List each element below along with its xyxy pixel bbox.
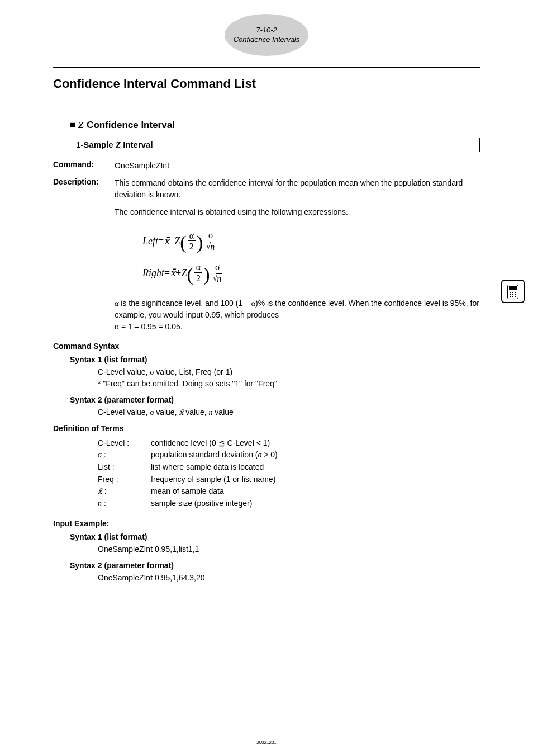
- term-n-sym: n: [98, 499, 102, 508]
- frac-sigma-rootn2: σ √n: [211, 262, 225, 284]
- command-name: OneSampleZInt: [115, 161, 169, 170]
- description-p2: The confidence interval is obtained usin…: [115, 206, 480, 218]
- section-rule: [70, 114, 480, 114]
- term-row-list: List : list where sample data is located: [98, 461, 480, 474]
- command-value: OneSampleZInt: [115, 160, 480, 172]
- term-key-n: n :: [98, 498, 151, 510]
- page-section-title: Confidence Intervals: [234, 35, 300, 45]
- alpha-num2: α: [194, 262, 202, 273]
- page-title: Confidence Interval Command List: [53, 77, 480, 91]
- term-row-n: n : sample size (positive integer): [98, 498, 480, 510]
- ie-syntax1-val: OneSampleZInt 0.95,1,list1,1: [98, 544, 480, 555]
- formula-block: Left = x̄ – Z ( α 2 ) σ √n Right = x̄ + …: [142, 228, 480, 286]
- calculator-icon-keys: [510, 292, 516, 297]
- command-row: Command: OneSampleZInt: [53, 160, 480, 172]
- alpha-sym-2: α: [251, 299, 255, 308]
- formula-left: Left = x̄ – Z ( α 2 ) σ √n: [142, 228, 480, 254]
- alpha-text-2: α = 1 – 0.95 = 0.05.: [115, 322, 183, 331]
- syntax2-head: Syntax 2 (parameter format): [70, 395, 480, 404]
- term-key-sigma: σ :: [98, 449, 151, 461]
- syntax2-c: value,: [183, 408, 208, 417]
- xbar2: x̄: [170, 260, 175, 286]
- description-label: Description:: [53, 177, 115, 201]
- command-syntax-head: Command Syntax: [53, 342, 480, 351]
- term-xbar-sym: x̄: [98, 487, 102, 495]
- minus: –: [169, 228, 174, 254]
- two-den: 2: [188, 241, 196, 252]
- ie-syntax2-val: OneSampleZInt 0.95,1,64.3,20: [98, 572, 480, 584]
- term-val-freq: frequency of sample (1 or list name): [151, 474, 275, 486]
- method-z: Z: [116, 140, 121, 149]
- rootn-den: √n: [204, 240, 217, 252]
- sigma-num2: σ: [213, 262, 222, 273]
- syntax1-1a: C-Level value,: [98, 367, 150, 376]
- term-key-xbar: x̄ :: [98, 485, 151, 498]
- term-key-list: List :: [98, 461, 151, 474]
- syntax2-a: C-Level value,: [98, 408, 150, 417]
- sigma-num: σ: [207, 230, 215, 241]
- page-header-badge: 7-10-2 Confidence Intervals: [225, 14, 308, 56]
- syntax1-1b: value, List, Freq (or 1): [154, 367, 232, 376]
- formula-right: Right = x̄ + Z ( α 2 ) σ √n: [142, 260, 480, 286]
- term-val-xbar: mean of sample data: [151, 485, 224, 498]
- plus: +: [175, 260, 181, 286]
- term-row-sigma: σ : population standard deviation (σ > 0…: [98, 449, 480, 461]
- command-suffix-box-icon: [170, 163, 175, 168]
- alpha-text-1b: is the significance level, and 100 (1 –: [118, 299, 251, 308]
- term-n-colon: :: [102, 499, 106, 508]
- syntax1-head: Syntax 1 (list format): [70, 355, 480, 364]
- term-val-clevel: confidence level (0 ≦ C-Level < 1): [151, 437, 270, 450]
- eq2: =: [164, 260, 170, 286]
- footer-date: 20021201: [256, 740, 277, 745]
- alpha-num: α: [188, 231, 196, 242]
- ie-syntax1-head: Syntax 1 (list format): [70, 532, 480, 541]
- term-sigma-sym: σ: [98, 451, 102, 459]
- xbar: x̄: [164, 228, 169, 254]
- Z: Z: [174, 228, 180, 254]
- definition-of-terms-head: Definition of Terms: [53, 424, 480, 433]
- term-sigma-vb: > 0): [261, 450, 277, 459]
- term-key-freq: Freq :: [98, 474, 151, 486]
- syntax2-content: C-Level value, σ value, x̄ value, n valu…: [98, 407, 480, 418]
- term-val-n: sample size (positive integer): [151, 498, 252, 510]
- input-example-head: Input Example:: [53, 519, 480, 528]
- alpha-explanation: α is the significance level, and 100 (1 …: [115, 297, 480, 333]
- two-den2: 2: [194, 273, 202, 284]
- title-rule: [53, 67, 480, 68]
- description-p1: This command obtains the confidence inte…: [115, 177, 480, 201]
- rootn-den2: √n: [211, 272, 225, 284]
- ie-syntax2-head: Syntax 2 (parameter format): [70, 561, 480, 570]
- description-row: Description: This command obtains the co…: [53, 177, 480, 201]
- syntax2-d: value: [212, 408, 233, 417]
- formula-right-lhs: Right: [142, 260, 164, 286]
- eq: =: [158, 228, 164, 254]
- page-number: 7-10-2: [256, 26, 277, 35]
- term-row-freq: Freq : frequency of sample (1 or list na…: [98, 474, 480, 486]
- method-name-box: 1-Sample Z Interval: [70, 138, 480, 152]
- term-key-clevel: C-Level :: [98, 437, 151, 450]
- term-row-xbar: x̄ : mean of sample data: [98, 485, 480, 498]
- syntax1-content: C-Level value, σ value, List, Freq (or 1…: [98, 366, 480, 390]
- term-xbar-colon: :: [102, 486, 107, 495]
- syntax1-2: * "Freq" can be omitted. Doing so sets "…: [98, 379, 279, 388]
- n-under-root2: n: [216, 273, 222, 284]
- term-sigma-colon: :: [102, 450, 106, 459]
- term-sigma-va: population standard deviation (: [151, 450, 258, 459]
- z-heading-text: Confidence Interval: [84, 120, 174, 130]
- bullet-square: ■: [70, 120, 78, 130]
- page-right-border: [531, 0, 531, 756]
- n-under-root: n: [210, 242, 216, 252]
- calculator-icon-inner: [507, 285, 518, 299]
- syntax2-b: value,: [154, 408, 179, 417]
- z-var: Z: [78, 120, 84, 130]
- Z2: Z: [181, 260, 187, 286]
- z-confidence-heading: ■ Z Confidence Interval: [70, 120, 480, 131]
- command-label: Command:: [53, 160, 115, 172]
- formula-left-lhs: Left: [142, 228, 158, 254]
- frac-sigma-rootn: σ √n: [204, 230, 217, 252]
- terms-table: C-Level : confidence level (0 ≦ C-Level …: [98, 437, 480, 510]
- frac-alpha-2: α 2: [188, 231, 196, 252]
- calculator-icon: [501, 280, 525, 303]
- method-prefix: 1-Sample: [76, 140, 116, 149]
- term-val-sigma: population standard deviation (σ > 0): [151, 449, 278, 461]
